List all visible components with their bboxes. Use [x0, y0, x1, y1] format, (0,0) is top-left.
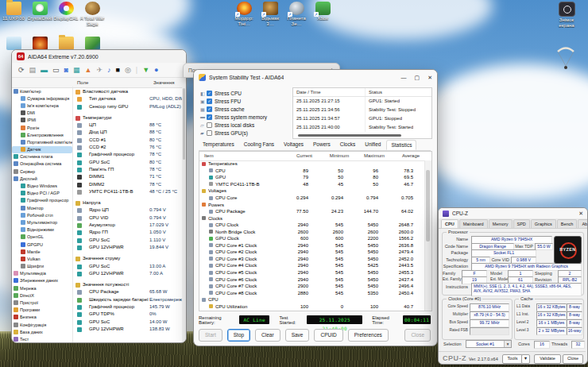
sidebar-item[interactable]: OpenGL: [12, 234, 72, 241]
sidebar-item[interactable]: Mantle: [12, 248, 72, 255]
sensor-row[interactable]: GPU 12VHPWR7.00 A: [73, 270, 184, 277]
summary-icon[interactable]: ▬: [41, 66, 48, 74]
sidebar-item[interactable]: Системна плата: [12, 153, 72, 160]
sidebar-item[interactable]: Дисплей: [12, 175, 72, 182]
sidebar-item[interactable]: Мережа: [12, 284, 72, 292]
preferences-button[interactable]: Preferences: [348, 329, 389, 342]
statistics-scrollbar[interactable]: [424, 160, 431, 311]
sensor-row[interactable]: УМТС PC411-1TB-B48 °C / 25 °C: [73, 188, 184, 195]
sensor-row[interactable]: Значення потужності: [73, 281, 184, 288]
sensor-row[interactable]: Значення струму: [73, 255, 184, 262]
tab-bench[interactable]: Bench: [557, 219, 578, 228]
checkbox[interactable]: ✓: [207, 106, 212, 112]
sensor-row[interactable]: Властивості датчика: [73, 88, 184, 95]
desktop-icon-total-war-troy[interactable]: A Total War Saga TROY: [79, 2, 105, 27]
sensor-row[interactable]: DIMM171 °C: [73, 173, 184, 180]
sensor-row[interactable]: Діод ЦП88 °C: [73, 129, 184, 136]
sidebar-item[interactable]: Мультимонітор: [12, 218, 72, 226]
scrollbar-thumb[interactable]: [183, 88, 185, 160]
sensor-row[interactable]: GPU SoC13.00 A: [73, 263, 184, 270]
sidebar-item[interactable]: Електроживлення: [12, 131, 72, 138]
refresh-icon[interactable]: ⟳: [18, 66, 25, 74]
sensor-row[interactable]: CCD #180 °C: [73, 137, 184, 144]
benchmark-icon[interactable]: ✈: [96, 66, 103, 74]
sidebar-item[interactable]: Операційна система: [12, 160, 72, 168]
clear-button[interactable]: Clear: [255, 329, 280, 342]
tab-cpu[interactable]: CPU: [441, 219, 458, 228]
sensor-row[interactable]: Ядро ЦП0.794 V: [73, 207, 184, 214]
sidebar-item[interactable]: Мультимедіа: [12, 270, 72, 277]
sidebar-item[interactable]: Відео PCI / AGP: [12, 190, 72, 197]
sensor-row[interactable]: Ядро ГП1.050 V: [73, 229, 184, 236]
sidebar-item[interactable]: Пристрої: [12, 299, 72, 306]
stats-row[interactable]: CPU Core #3 Clock294054554502452.0: [199, 256, 425, 263]
stats-row[interactable]: CPU89509678.3: [199, 168, 425, 175]
sidebar-item[interactable]: Відеорежими: [12, 226, 72, 234]
log-hscrollbar-thumb[interactable]: [298, 134, 401, 137]
aida64-titlebar[interactable]: 64 AIDA64 Extreme v7.20.6900: [12, 50, 186, 63]
desktop-icon-game-shortcut-1[interactable]: Мордор: Тіні…: [231, 2, 257, 26]
tab-mainboard[interactable]: Mainboard: [459, 219, 488, 228]
stats-row[interactable]: Clocks: [199, 214, 425, 222]
sidebar-item[interactable]: Тест: [12, 335, 72, 342]
stats-row[interactable]: CPU: [199, 296, 425, 303]
sensor-row[interactable]: GPU SoC14.00 W: [73, 319, 184, 326]
stress-option[interactable]: ◧✓Stress CPU: [200, 89, 289, 97]
sidebar-item[interactable]: Ім'я комп'ютера: [12, 102, 72, 109]
tab-spd[interactable]: SPD: [513, 219, 530, 228]
stats-row[interactable]: CPU Core #8 Clock288054553502450.4: [199, 289, 425, 296]
memory-icon[interactable]: ▭: [52, 66, 60, 74]
stats-row[interactable]: Voltages: [199, 187, 425, 195]
stats-row[interactable]: Powers: [199, 201, 425, 208]
stress-option[interactable]: ▣✓Stress FPU: [200, 97, 289, 105]
sensor-row[interactable]: DIMM278 °C: [73, 181, 184, 188]
scrollbar-thumb[interactable]: [426, 170, 430, 241]
cpuz-titlebar[interactable]: CPU-Z ✕: [439, 208, 587, 218]
sidebar-item[interactable]: Портативний комп'ютер: [12, 138, 72, 145]
stress-option[interactable]: ▰Stress GPU(s): [200, 129, 289, 137]
stats-row[interactable]: North Bridge Clock2600260026002600.0: [199, 228, 425, 235]
sidebar-item[interactable]: Комп'ютер: [12, 87, 72, 95]
tab-graphics[interactable]: Graphics: [531, 219, 556, 228]
tools-dropdown-icon[interactable]: ▼: [521, 354, 530, 364]
tab-powers[interactable]: Powers: [309, 140, 335, 150]
sensor-row[interactable]: CCD #276 °C: [73, 144, 184, 151]
sensor-row[interactable]: GPU 12VHPWR19.844 V: [73, 244, 184, 251]
sidebar-item[interactable]: Розгін: [12, 124, 72, 131]
aida64-scrollbar[interactable]: [182, 87, 186, 342]
sensor-row[interactable]: CPU VID0.794 V: [73, 214, 184, 222]
desktop-icon-xbox-shortcut[interactable]: Xbox: [310, 2, 335, 21]
stats-row[interactable]: CPU Package77.5024.23144.7064.02: [199, 208, 425, 215]
checkbox[interactable]: ✓: [207, 91, 212, 96]
search-icon[interactable]: ●: [154, 66, 158, 74]
sidebar-item[interactable]: DirectX: [12, 292, 72, 299]
stats-row[interactable]: CPU Core #1 Clock294054554502636.8: [199, 242, 425, 249]
sensor-row[interactable]: GPU TDP%0%: [73, 311, 184, 318]
desktop-icon-displaycal[interactable]: DisplayCAL: [53, 2, 79, 21]
sensor-row[interactable]: Пам'ять ГП78 °C: [73, 166, 184, 173]
tab-cooling-fans[interactable]: Cooling Fans: [240, 140, 278, 150]
stats-row[interactable]: YMTC PC411-1TB-B48455046.7: [199, 181, 425, 188]
tab-voltages[interactable]: Voltages: [280, 140, 308, 150]
tab-memory[interactable]: Memory: [489, 219, 513, 228]
checkbox[interactable]: [207, 122, 212, 128]
report-icon[interactable]: ▤: [29, 66, 37, 74]
sidebar-item[interactable]: Безпека: [12, 314, 72, 321]
desktop-icon-screenshot-app[interactable]: Знімок екрана: [554, 2, 579, 28]
desktop-icon-crystaldiskinfo[interactable]: CrystalDiskInfo: [27, 2, 52, 21]
sidebar-item[interactable]: Робочий стіл: [12, 211, 72, 218]
validate-button[interactable]: Validate: [534, 354, 561, 364]
sidebar-item[interactable]: Конфігурація: [12, 321, 72, 328]
stats-row[interactable]: CPU Core #2 Clock294054554502479.4: [199, 249, 425, 256]
stats-row[interactable]: GPU Clock60060022001566.2: [199, 235, 425, 242]
stats-row[interactable]: CPU Core #5 Clock294054554502455.3: [199, 269, 425, 276]
sensor-row[interactable]: CPU Package65.68 W: [73, 288, 184, 296]
sidebar-item[interactable]: Сумарна інформація: [12, 95, 72, 102]
sidebar-item[interactable]: IPMI: [12, 117, 72, 124]
tab-clocks[interactable]: Clocks: [336, 140, 360, 150]
sidebar-item[interactable]: Графічний процесор: [12, 197, 72, 204]
log-row[interactable]: 25.11.2025 21:34:57GPU1: Stopped: [293, 114, 431, 123]
audio-icon[interactable]: ♪: [107, 66, 111, 74]
tab-about[interactable]: About: [578, 219, 588, 228]
sensor-row[interactable]: Сенсор типу GPUPMLog (ADL2): [73, 103, 184, 110]
